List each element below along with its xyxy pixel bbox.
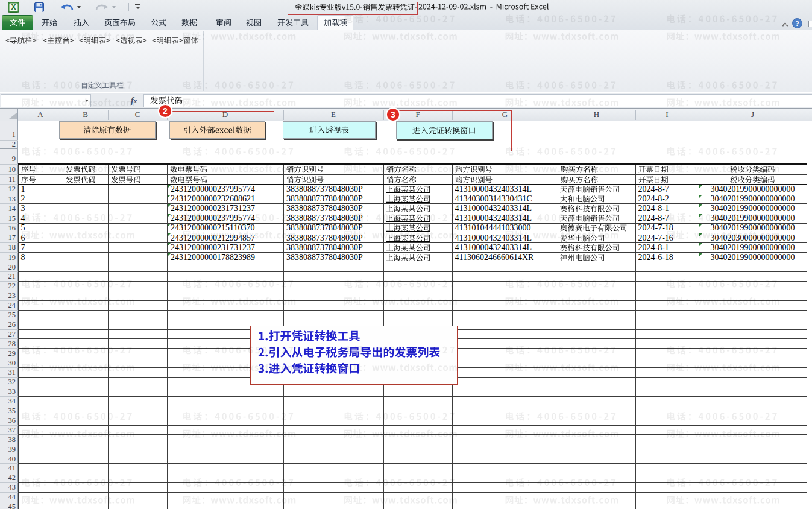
svg-text:2: 2	[163, 106, 168, 116]
svg-text:3: 3	[391, 110, 395, 119]
